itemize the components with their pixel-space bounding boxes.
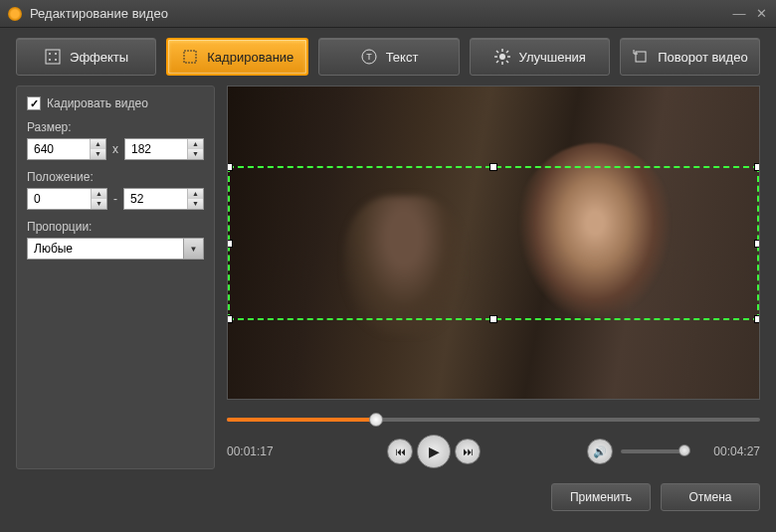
brightness-icon: [493, 48, 511, 66]
window-buttons: — ✕: [732, 7, 768, 21]
tab-crop[interactable]: Кадрирование: [166, 38, 308, 76]
text-icon: T: [360, 48, 378, 66]
position-row: 0▲▼ - 52▲▼: [27, 188, 204, 210]
crop-handle[interactable]: [754, 315, 760, 323]
spin-up-icon[interactable]: ▲: [92, 189, 106, 199]
crop-checkbox-label: Кадировать видео: [47, 96, 148, 110]
volume-slider[interactable]: [621, 449, 690, 453]
tab-label: Кадрирование: [207, 50, 293, 65]
timeline-slider[interactable]: [227, 412, 760, 428]
pos-y-input[interactable]: 52▲▼: [123, 188, 204, 210]
speaker-icon: 🔊: [593, 445, 607, 458]
titlebar: Редактирование видео — ✕: [0, 0, 776, 28]
crop-selection[interactable]: [228, 166, 759, 320]
tab-label: Текст: [386, 50, 419, 65]
window-title: Редактирование видео: [30, 6, 732, 21]
svg-point-2: [55, 53, 57, 55]
video-preview[interactable]: [227, 86, 760, 400]
crop-handle[interactable]: [754, 240, 760, 248]
apply-button[interactable]: Применить: [551, 483, 651, 511]
crop-panel: ✓ Кадировать видео Размер: 640▲▼ x 182▲▼…: [16, 86, 215, 469]
total-time: 00:04:27: [690, 444, 760, 458]
tab-label: Поворот видео: [658, 50, 748, 65]
crop-checkbox-row[interactable]: ✓ Кадировать видео: [27, 96, 204, 110]
svg-rect-0: [46, 50, 60, 64]
spin-down-icon[interactable]: ▼: [188, 149, 203, 159]
tab-effects[interactable]: Эффекты: [16, 38, 156, 76]
volume-control: 🔊: [571, 439, 690, 464]
position-label: Положение:: [27, 170, 204, 184]
spin-down-icon[interactable]: ▼: [91, 149, 105, 159]
tab-label: Эффекты: [70, 50, 128, 65]
crop-handle[interactable]: [227, 163, 233, 171]
prev-button[interactable]: ⏮: [387, 439, 413, 464]
current-time: 00:01:17: [227, 444, 296, 458]
width-input[interactable]: 640▲▼: [27, 138, 106, 160]
timeline-thumb[interactable]: [369, 413, 383, 427]
pos-separator: -: [111, 192, 119, 206]
checkbox-icon: ✓: [27, 96, 41, 110]
height-value: 182: [125, 142, 187, 156]
playback-buttons: ⏮ ▶ ⏭: [296, 435, 571, 468]
spin-down-icon[interactable]: ▼: [188, 199, 203, 209]
crop-icon: [181, 48, 199, 66]
svg-point-1: [49, 53, 51, 55]
next-icon: ⏭: [463, 445, 474, 457]
player-controls: 00:01:17 ⏮ ▶ ⏭ 🔊 00:04:27: [227, 434, 760, 469]
volume-button[interactable]: 🔊: [587, 439, 613, 464]
tab-text[interactable]: T Текст: [318, 38, 459, 76]
ratio-label: Пропорции:: [27, 220, 204, 234]
volume-thumb[interactable]: [679, 444, 690, 456]
svg-point-3: [49, 59, 51, 61]
crop-handle[interactable]: [227, 315, 233, 323]
width-value: 640: [28, 142, 90, 156]
height-input[interactable]: 182▲▼: [124, 138, 204, 160]
ratio-combo[interactable]: Любые ▼: [27, 238, 204, 260]
pos-x-input[interactable]: 0▲▼: [27, 188, 107, 210]
prev-icon: ⏮: [395, 445, 406, 457]
svg-point-4: [55, 59, 57, 61]
spin-up-icon[interactable]: ▲: [91, 139, 105, 149]
svg-line-16: [506, 51, 508, 53]
tab-bar: Эффекты Кадрирование T Текст Улучшения П…: [0, 28, 776, 86]
ratio-value: Любые: [28, 242, 183, 256]
crop-handle[interactable]: [489, 163, 497, 171]
timeline-progress: [227, 418, 376, 422]
pos-x-value: 0: [28, 192, 91, 206]
close-button[interactable]: ✕: [754, 7, 768, 21]
size-row: 640▲▼ x 182▲▼: [27, 138, 204, 160]
minimize-button[interactable]: —: [732, 7, 746, 21]
footer: Применить Отмена: [0, 469, 776, 525]
spin-up-icon[interactable]: ▲: [188, 189, 203, 199]
svg-rect-5: [184, 51, 196, 63]
pos-y-value: 52: [124, 192, 187, 206]
rotate-icon: [632, 48, 650, 66]
crop-handle[interactable]: [227, 240, 233, 248]
spin-up-icon[interactable]: ▲: [188, 139, 203, 149]
tab-label: Улучшения: [519, 50, 586, 65]
svg-point-8: [499, 54, 505, 60]
cancel-button[interactable]: Отмена: [661, 483, 760, 511]
effects-icon: [44, 48, 62, 66]
crop-handle[interactable]: [754, 163, 760, 171]
svg-line-13: [496, 51, 498, 53]
chevron-down-icon: ▼: [183, 239, 203, 259]
app-icon: [8, 7, 22, 21]
main-area: ✓ Кадировать видео Размер: 640▲▼ x 182▲▼…: [0, 86, 776, 469]
svg-line-14: [506, 61, 508, 63]
size-label: Размер:: [27, 120, 204, 134]
svg-line-15: [496, 61, 498, 63]
next-button[interactable]: ⏭: [455, 439, 481, 464]
crop-handle[interactable]: [489, 315, 497, 323]
play-icon: ▶: [429, 443, 440, 459]
tab-improve[interactable]: Улучшения: [470, 38, 610, 76]
svg-text:T: T: [366, 52, 372, 62]
play-button[interactable]: ▶: [417, 435, 451, 468]
size-separator: x: [110, 142, 120, 156]
tab-rotate[interactable]: Поворот видео: [620, 38, 760, 76]
preview-area: 00:01:17 ⏮ ▶ ⏭ 🔊 00:04:27: [227, 86, 760, 469]
spin-down-icon[interactable]: ▼: [92, 199, 106, 209]
